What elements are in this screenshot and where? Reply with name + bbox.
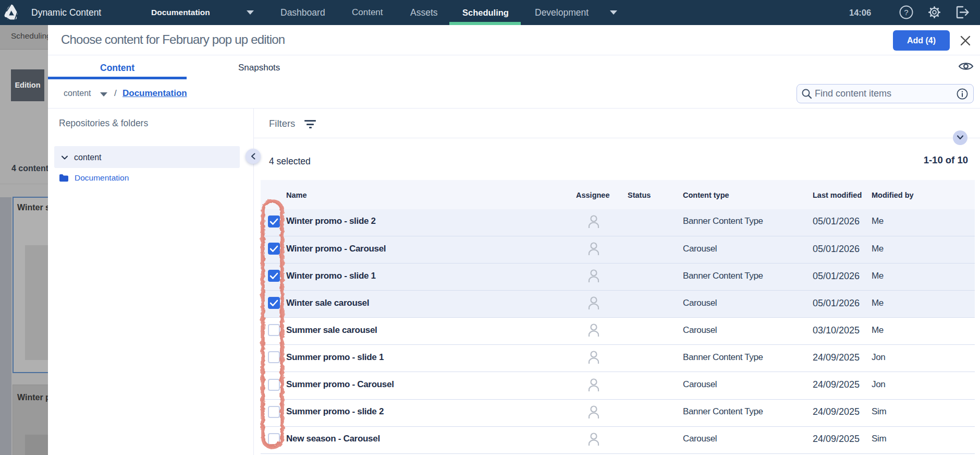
svg-text:?: ? — [904, 8, 908, 17]
